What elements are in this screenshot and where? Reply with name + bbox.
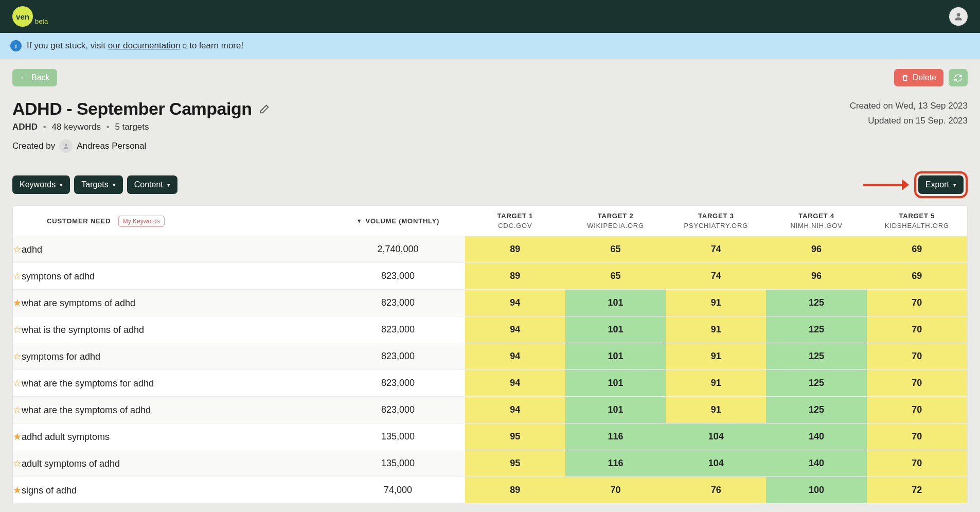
table-row[interactable]: ☆symptons of adhd823,0008965749669 bbox=[13, 263, 967, 290]
col-target-3[interactable]: TARGET 3PSYCHIATRY.ORG bbox=[666, 206, 766, 236]
volume-cell: 823,000 bbox=[331, 316, 465, 343]
refresh-icon bbox=[954, 74, 963, 82]
col-volume[interactable]: ▼VOLUME (MONTHLY) bbox=[331, 206, 465, 236]
star-icon[interactable]: ☆ bbox=[13, 324, 22, 335]
table-row[interactable]: ☆what is the symptoms of adhd823,0009410… bbox=[13, 316, 967, 343]
chevron-down-icon: ▾ bbox=[113, 182, 116, 188]
col-need-label: CUSTOMER NEED bbox=[47, 217, 111, 225]
keyword-text: adhd bbox=[22, 244, 42, 255]
score-cell: 125 bbox=[766, 343, 866, 370]
score-cell: 125 bbox=[766, 316, 866, 343]
table-row[interactable]: ★signs of adhd74,00089707610072 bbox=[13, 477, 967, 504]
star-icon[interactable]: ★ bbox=[13, 297, 22, 308]
campaign-meta: ADHD • 48 keywords • 5 targets bbox=[12, 122, 270, 132]
content-filter-label: Content bbox=[134, 180, 163, 189]
table-row[interactable]: ☆symptoms for adhd823,000941019112570 bbox=[13, 343, 967, 370]
score-cell: 116 bbox=[565, 450, 666, 477]
banner-suffix: to learn more! bbox=[187, 41, 244, 50]
star-icon[interactable]: ★ bbox=[13, 431, 22, 442]
table-row[interactable]: ☆adult symptoms of adhd135,0009511610414… bbox=[13, 450, 967, 477]
col-target-2[interactable]: TARGET 2WIKIPEDIA.ORG bbox=[565, 206, 666, 236]
topic-label: ADHD bbox=[12, 122, 38, 132]
score-cell: 69 bbox=[867, 236, 967, 263]
keyword-text: what are symptoms of adhd bbox=[22, 298, 135, 308]
info-icon: i bbox=[10, 40, 22, 51]
keyword-count: 48 keywords bbox=[52, 122, 101, 132]
score-cell: 70 bbox=[867, 397, 967, 423]
docs-link[interactable]: our documentation bbox=[108, 41, 181, 50]
col-customer-need[interactable]: CUSTOMER NEED My Keywords bbox=[13, 206, 331, 236]
score-cell: 74 bbox=[666, 263, 766, 290]
score-cell: 125 bbox=[766, 290, 866, 316]
score-cell: 101 bbox=[565, 370, 666, 397]
score-cell: 69 bbox=[867, 263, 967, 290]
keywords-filter-label: Keywords bbox=[20, 180, 56, 189]
table-row[interactable]: ☆what are the symptoms for adhd823,00094… bbox=[13, 370, 967, 397]
refresh-button[interactable] bbox=[949, 69, 968, 86]
brand[interactable]: ven beta bbox=[12, 6, 48, 27]
col-target-1[interactable]: TARGET 1CDC.GOV bbox=[465, 206, 565, 236]
volume-cell: 135,000 bbox=[331, 423, 465, 450]
delete-button[interactable]: Delete bbox=[894, 69, 943, 86]
targets-filter[interactable]: Targets ▾ bbox=[74, 175, 122, 194]
table-row[interactable]: ☆adhd2,740,0008965749669 bbox=[13, 236, 967, 263]
volume-cell: 823,000 bbox=[331, 343, 465, 370]
score-cell: 65 bbox=[565, 263, 666, 290]
keyword-text: adult symptoms of adhd bbox=[22, 458, 120, 469]
star-icon[interactable]: ☆ bbox=[13, 458, 22, 469]
score-cell: 70 bbox=[867, 450, 967, 477]
score-cell: 96 bbox=[766, 236, 866, 263]
table-row[interactable]: ★adhd adult symptoms135,0009511610414070 bbox=[13, 423, 967, 450]
score-cell: 91 bbox=[666, 290, 766, 316]
score-cell: 94 bbox=[465, 290, 565, 316]
target1-domain: CDC.GOV bbox=[470, 222, 560, 229]
star-icon[interactable]: ☆ bbox=[13, 244, 22, 255]
score-cell: 100 bbox=[766, 477, 866, 504]
back-label: Back bbox=[31, 73, 50, 82]
keywords-filter[interactable]: Keywords ▾ bbox=[12, 175, 70, 194]
table-row[interactable]: ★what are symptoms of adhd823,0009410191… bbox=[13, 290, 967, 316]
score-cell: 70 bbox=[867, 423, 967, 450]
score-cell: 94 bbox=[465, 370, 565, 397]
logo-text: ven bbox=[16, 12, 29, 21]
volume-cell: 823,000 bbox=[331, 397, 465, 423]
target3-label: TARGET 3 bbox=[698, 212, 734, 220]
annotation-highlight: Export ▾ bbox=[914, 171, 968, 198]
content-filter[interactable]: Content ▾ bbox=[127, 175, 177, 194]
table-row[interactable]: ☆what are the symptoms of adhd823,000941… bbox=[13, 397, 967, 423]
star-icon[interactable]: ☆ bbox=[13, 378, 22, 389]
score-cell: 89 bbox=[465, 236, 565, 263]
logo-icon: ven bbox=[12, 6, 33, 27]
score-cell: 125 bbox=[766, 397, 866, 423]
col-target-5[interactable]: TARGET 5KIDSHEALTH.ORG bbox=[867, 206, 967, 236]
score-cell: 91 bbox=[666, 397, 766, 423]
back-button[interactable]: ← Back bbox=[12, 69, 57, 86]
volume-cell: 823,000 bbox=[331, 370, 465, 397]
target5-label: TARGET 5 bbox=[899, 212, 935, 220]
star-icon[interactable]: ☆ bbox=[13, 404, 22, 415]
star-icon[interactable]: ☆ bbox=[13, 271, 22, 281]
target1-label: TARGET 1 bbox=[497, 212, 533, 220]
target-count: 5 targets bbox=[115, 122, 149, 132]
my-keywords-badge[interactable]: My Keywords bbox=[118, 216, 165, 227]
col-target-4[interactable]: TARGET 4NIMH.NIH.GOV bbox=[766, 206, 866, 236]
score-cell: 101 bbox=[565, 316, 666, 343]
score-cell: 89 bbox=[465, 477, 565, 504]
banner-prefix: If you get stuck, visit bbox=[27, 41, 108, 50]
score-cell: 70 bbox=[867, 370, 967, 397]
star-icon[interactable]: ☆ bbox=[13, 351, 22, 362]
sort-desc-icon: ▼ bbox=[357, 218, 363, 224]
star-icon[interactable]: ★ bbox=[13, 485, 22, 496]
user-avatar-icon[interactable] bbox=[949, 7, 968, 26]
score-cell: 94 bbox=[465, 397, 565, 423]
score-cell: 91 bbox=[666, 316, 766, 343]
keywords-table: CUSTOMER NEED My Keywords ▼VOLUME (MONTH… bbox=[12, 205, 968, 504]
export-button[interactable]: Export ▾ bbox=[918, 175, 964, 194]
score-cell: 89 bbox=[465, 263, 565, 290]
score-cell: 101 bbox=[565, 290, 666, 316]
arrow-left-icon: ← bbox=[20, 73, 28, 82]
col-volume-label: VOLUME (MONTHLY) bbox=[365, 217, 439, 225]
edit-title-icon[interactable] bbox=[259, 103, 270, 115]
external-link-icon: ⧉ bbox=[183, 42, 187, 50]
created-on: Created on Wed, 13 Sep 2023 bbox=[850, 99, 968, 114]
